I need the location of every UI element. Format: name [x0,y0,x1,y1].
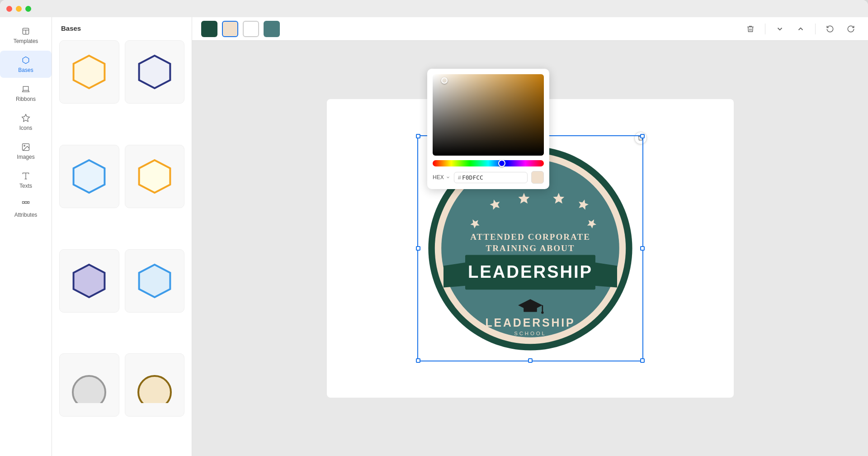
toolbar [192,17,868,41]
badge-delete-handle[interactable] [634,132,647,144]
divider-2 [815,24,816,34]
sidebar-item-label: Templates [14,38,38,44]
trash-icon [746,25,755,33]
delete-button[interactable] [742,21,759,37]
shape-card-hexagon-purple-filled[interactable] [59,249,119,313]
svg-marker-11 [74,56,105,88]
sidebar-item-icons[interactable]: Icons [0,109,52,136]
redo-icon [847,25,855,33]
svg-marker-15 [74,265,105,297]
svg-point-19 [138,376,171,403]
chevron-up-icon [797,25,805,33]
hex-input-wrap: # [454,172,528,183]
hex-label[interactable]: HEX [433,174,450,180]
svg-point-5 [24,145,25,147]
color-swatch-darkgreen[interactable] [201,21,217,37]
sidebar-item-label: Attributes [14,212,38,218]
gradient-cursor [441,77,448,84]
sidebar-item-ribbons[interactable]: Ribbons [0,80,52,107]
close-button[interactable] [6,6,12,12]
svg-rect-8 [23,202,24,204]
hex-input[interactable] [462,174,498,181]
color-picker-popup: HEX # [427,69,549,189]
svg-rect-10 [28,202,29,204]
svg-point-17 [73,376,105,403]
selection-handle-tl[interactable] [416,134,420,138]
canvas-wrapper[interactable]: ATTENDED CORPORATE TRAINING ABOUT LEADER… [192,41,868,456]
sidebar-item-label: Images [17,154,34,160]
chevron-down-icon [446,175,450,180]
shape-card-hexagon-lightblue-outline[interactable] [59,145,119,208]
color-swatch-cream[interactable] [222,21,238,37]
shape-card-circle-gray[interactable] [59,353,119,417]
sidebar-item-bases[interactable]: Bases [0,51,52,78]
selection-handle-br[interactable] [640,358,645,363]
redo-button[interactable] [843,21,859,37]
move-up-button[interactable] [793,21,809,37]
svg-marker-14 [139,160,170,193]
fullscreen-button[interactable] [25,6,31,12]
selection-handle-bc[interactable] [528,358,533,363]
svg-rect-36 [524,305,537,312]
color-swatch-teal[interactable] [264,21,280,37]
svg-marker-12 [139,56,170,88]
main-window: Templates Bases Ribbons [0,0,868,456]
shape-card-hexagon-blue-outline[interactable] [125,40,185,104]
picker-bottom: HEX # [433,171,544,184]
shapes-panel: Bases [52,17,192,456]
sidebar-item-images[interactable]: Images [0,138,52,165]
sidebar-item-label: Icons [19,125,33,131]
texts-icon [21,171,31,181]
color-gradient-area[interactable] [433,74,544,156]
attributes-icon [21,200,31,210]
icons-icon [21,113,31,123]
gradient-dark [433,74,544,156]
template-icon [21,26,31,36]
chevron-down-icon [776,25,784,33]
svg-text:LEADERSHIP: LEADERSHIP [485,316,575,329]
color-swatch-white[interactable] [243,21,259,37]
undo-button[interactable] [822,21,838,37]
svg-text:SCHOOL: SCHOOL [514,331,547,336]
hue-slider[interactable] [433,160,544,166]
sidebar: Templates Bases Ribbons [0,17,52,456]
color-preview-small [531,171,544,184]
shape-card-hexagon-orange-outline[interactable] [59,40,119,104]
titlebar [0,0,868,17]
shape-card-circle-brown[interactable] [125,353,185,417]
minimize-button[interactable] [16,6,22,12]
svg-marker-16 [139,265,170,297]
svg-marker-3 [22,114,30,122]
svg-text:LEADERSHIP: LEADERSHIP [467,262,592,281]
sidebar-item-texts[interactable]: Texts [0,166,52,194]
sidebar-item-label: Bases [18,67,33,73]
sidebar-item-label: Ribbons [16,96,36,102]
selection-handle-mr[interactable] [640,246,645,251]
ribbons-icon [21,84,31,94]
app-body: Templates Bases Ribbons [0,17,868,456]
shape-card-hexagon-yellow-outline[interactable] [125,145,185,208]
canvas-area: ATTENDED CORPORATE TRAINING ABOUT LEADER… [192,17,868,456]
svg-text:TRAINING ABOUT: TRAINING ABOUT [486,243,575,253]
sidebar-item-attributes[interactable]: Attributes [0,195,52,223]
sidebar-item-label: Texts [19,183,32,189]
svg-text:ATTENDED CORPORATE: ATTENDED CORPORATE [470,232,590,242]
divider-1 [765,24,765,34]
images-icon [21,142,31,152]
shapes-grid [52,37,192,456]
bases-icon [21,55,31,65]
hex-text: HEX [433,174,444,180]
svg-point-38 [541,311,543,314]
hash-symbol: # [458,174,461,181]
shape-card-hexagon-lightblue-filled[interactable] [125,249,185,313]
svg-rect-9 [25,202,27,204]
sidebar-item-templates[interactable]: Templates [0,22,52,49]
svg-marker-13 [74,160,105,193]
hue-thumb [498,160,505,167]
undo-icon [826,25,834,33]
selection-handle-bl[interactable] [416,358,420,363]
shapes-header: Bases [52,17,192,37]
move-down-button[interactable] [772,21,788,37]
selection-handle-ml[interactable] [416,246,420,251]
